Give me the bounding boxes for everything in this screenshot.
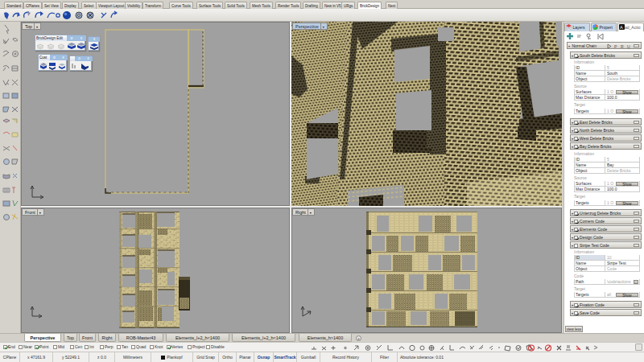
svg-text:A: A bbox=[620, 25, 623, 30]
svg-text:U: U bbox=[627, 44, 630, 49]
svg-text:P: P bbox=[614, 44, 617, 49]
svg-text:R: R bbox=[621, 44, 624, 49]
